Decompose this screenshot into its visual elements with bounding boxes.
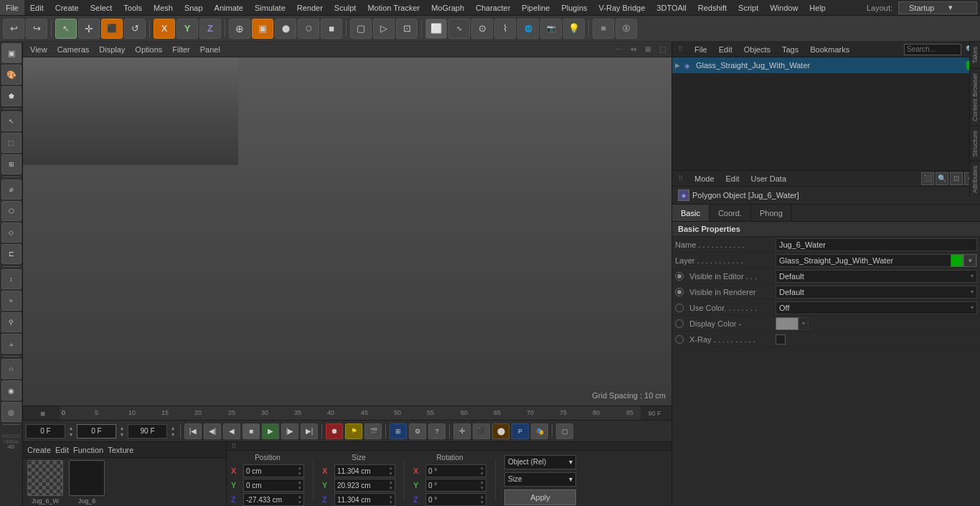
stop-button[interactable]: ■ [242,423,260,439]
mat-menu-create[interactable]: Create [27,446,51,454]
attr-icon-1[interactable]: ⬛ [921,172,934,185]
vt-structure[interactable]: Structure [970,126,980,161]
obj-row-glass-jug[interactable]: ▶ ◈ Glass_Straight_Jug_With_Water [672,57,980,73]
frame-start-up[interactable]: ▴ [67,425,75,431]
point-mode-button[interactable]: ⬤ [275,19,296,39]
paint-btn[interactable]: 🎨 [1,65,22,85]
menu-animate[interactable]: Animate [209,0,249,15]
menu-mograph[interactable]: MoGraph [425,0,470,15]
render-view-btn[interactable]: ▢ [556,423,573,439]
knife-btn[interactable]: ⌀ [1,179,22,200]
select-tool-button[interactable]: ↖ [55,19,77,39]
attr-value-vis-renderer[interactable]: Default ▾ [776,286,977,299]
vp-menu-options[interactable]: Options [131,42,166,57]
anim-tag-btn[interactable]: P [512,423,529,439]
cube-button[interactable]: ⬜ [425,19,447,39]
pos-y-arrows[interactable]: ▴ ▾ [298,479,301,491]
menu-script[interactable]: Script [732,0,764,15]
motion-clip-button[interactable]: 🎬 [364,423,382,439]
obj-menu-objects[interactable]: Objects [741,45,773,54]
move-tool-button[interactable]: ✛ [78,19,100,39]
rot-x-down[interactable]: ▾ [481,471,484,477]
frame-start-down[interactable]: ▾ [67,431,75,438]
size-z-up[interactable]: ▴ [390,494,392,500]
fc-up[interactable]: ▴ [118,425,126,431]
select3-btn[interactable]: ⊞ [1,154,22,174]
attr-icon-2[interactable]: 🔍 [936,172,948,185]
select2-btn[interactable]: ⬚ [1,133,22,153]
menu-pipeline[interactable]: Pipeline [516,0,555,15]
rot-y-field[interactable]: 0 ° ▴ ▾ [425,479,486,492]
bridge-btn[interactable]: ⊏ [1,244,22,264]
prev-frame-button[interactable]: ◀| [204,423,221,439]
camera-button[interactable]: 📷 [540,19,562,39]
model-btn[interactable]: ▣ [1,43,22,63]
menu-help[interactable]: Help [804,0,831,15]
env-button[interactable]: 🌐 [517,19,539,39]
vt-content-browser[interactable]: Content Browser [970,68,980,126]
fe-up[interactable]: ▴ [169,425,176,431]
vp-icon-grid[interactable]: ⊞ [641,43,654,56]
viewport-3d[interactable]: Perspective [23,57,672,406]
mat-menu-edit[interactable]: Edit [55,446,69,454]
key-anim-btn[interactable]: ⬤ [492,423,509,439]
pos-x-arrows[interactable]: ▴ ▾ [298,465,301,477]
size-z-arrows[interactable]: ▴ ▾ [390,494,392,505]
menu-create[interactable]: Create [50,0,85,15]
attr-radio-display-color[interactable] [675,319,684,328]
light-button[interactable]: 💡 [563,19,585,39]
help-anim-button[interactable]: ? [428,423,446,439]
pos-z-down[interactable]: ▾ [298,500,301,505]
attr-value-vis-editor[interactable]: Default ▾ [776,270,977,283]
attr-icon-3[interactable]: ⊡ [950,172,963,185]
play-button[interactable]: ▶ [262,423,279,439]
vp-menu-display[interactable]: Display [95,42,129,57]
attr-display-color-swatch[interactable] [776,317,798,330]
render-region-button[interactable]: ▢ [350,19,372,39]
record-button[interactable]: ⏺ [326,423,343,439]
menu-snap[interactable]: Snap [179,0,209,15]
menu-character[interactable]: Character [470,0,516,15]
vt-attributes[interactable]: Attributes [970,161,980,197]
mat-menu-function[interactable]: Function [73,446,103,454]
attr-layer-arrow-btn[interactable]: ▾ [963,254,976,267]
pos-z-field[interactable]: -27.433 cm ▴ ▾ [243,493,304,506]
z-axis-button[interactable]: Z [199,19,221,39]
rot-z-arrows[interactable]: ▴ ▾ [481,494,484,505]
rot-x-field[interactable]: 0 ° ▴ ▾ [425,464,486,477]
auto-key-button[interactable]: ⚑ [345,423,362,439]
rot-z-up[interactable]: ▴ [481,494,484,500]
undo-button[interactable]: ↩ [3,19,24,39]
attr-menu-mode[interactable]: Mode [692,174,717,183]
goto-start-button[interactable]: |◀ [184,423,202,439]
rot-y-arrows[interactable]: ▴ ▾ [481,479,484,491]
obj-menu-file[interactable]: File [692,45,710,54]
pos-y-field[interactable]: 0 cm ▴ ▾ [243,479,304,492]
extrude-btn[interactable]: ⬡ [1,201,22,221]
layer-manager-button[interactable]: ⊞ [390,423,407,439]
scale-anim-btn[interactable]: ⬛ [473,423,490,439]
vp-menu-filter[interactable]: Filter [168,42,194,57]
menu-sculpt[interactable]: Sculpt [329,0,362,15]
vt-takes[interactable]: Takes [970,42,980,68]
menu-plugins[interactable]: Plugins [555,0,593,15]
select1-btn[interactable]: ↖ [1,111,22,131]
vp-icon-expand[interactable]: ⇔ [627,43,640,56]
vp-menu-cameras[interactable]: Cameras [53,42,94,57]
world-space-button[interactable]: ⊕ [229,19,250,39]
timeline-ruler[interactable]: 0 5 10 15 20 25 30 35 40 45 50 55 60 65 … [60,406,640,420]
frame-current-field[interactable]: 0 F [77,424,116,439]
pos-x-up[interactable]: ▴ [298,465,301,471]
skin-btn[interactable]: ◎ [1,402,22,422]
model-mode-button[interactable]: ▣ [252,19,273,39]
frame-current-arrows[interactable]: ▴ ▾ [118,425,126,438]
scale-tool-button[interactable]: ⬛ [101,19,123,39]
fe-down[interactable]: ▾ [169,431,176,438]
attr-value-layer[interactable]: Glass_Straight_Jug_With_Water ▾ [776,254,977,267]
loop-btn[interactable]: ↕ [1,269,22,289]
frame-start-arrows[interactable]: ▴ ▾ [67,425,75,438]
frame-end-field[interactable]: 90 F [128,424,167,439]
rot-x-up[interactable]: ▴ [481,465,484,471]
vp-icon-dots[interactable]: ⋯ [613,43,626,56]
menu-file[interactable]: File [0,0,24,15]
